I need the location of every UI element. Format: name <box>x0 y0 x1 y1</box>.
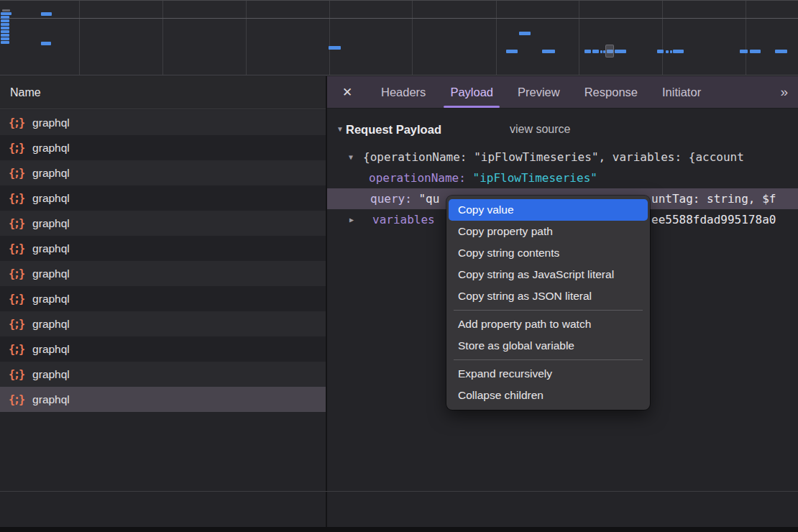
json-braces-icon: {;} <box>9 262 24 287</box>
section-expander-icon[interactable]: ▼ <box>336 119 344 140</box>
request-row[interactable]: {;}graphql <box>0 311 326 336</box>
json-braces-icon: {;} <box>9 337 24 362</box>
overview-gridline <box>329 1 330 75</box>
request-row[interactable]: {;}graphql <box>0 387 326 412</box>
request-row[interactable]: {;}graphql <box>0 362 326 387</box>
waterfall-bar <box>600 50 602 53</box>
details-tabbar: ✕ Headers Payload Preview Response Initi… <box>327 76 798 109</box>
request-name: graphql <box>32 267 70 280</box>
menu-item-expand-recursively[interactable]: Expand recursively <box>449 363 648 385</box>
tab-headers[interactable]: Headers <box>375 76 432 109</box>
request-name: graphql <box>32 116 70 129</box>
waterfall-bar <box>1 37 9 40</box>
json-braces-icon: {;} <box>9 387 24 413</box>
tab-payload[interactable]: Payload <box>444 76 500 109</box>
name-column-header[interactable]: Name <box>0 76 326 109</box>
waterfall-bar <box>41 42 51 45</box>
waterfall-bar <box>1 23 9 26</box>
menu-item-copy-value[interactable]: Copy value <box>449 199 648 221</box>
section-title: Request Payload <box>346 119 441 140</box>
overview-row-divider <box>0 18 798 19</box>
request-name: graphql <box>32 167 70 179</box>
waterfall-bar <box>542 50 555 53</box>
close-icon[interactable]: ✕ <box>336 85 359 100</box>
expander-down-icon[interactable]: ▼ <box>349 147 359 168</box>
request-name: graphql <box>32 217 70 229</box>
request-name: graphql <box>32 142 70 154</box>
json-braces-icon: {;} <box>9 362 24 387</box>
json-braces-icon: {;} <box>9 287 24 312</box>
json-braces-icon: {;} <box>9 161 24 186</box>
network-request-panel: Name {;}graphql {;}graphql {;}graphql {;… <box>0 76 326 532</box>
context-menu: Copy value Copy property path Copy strin… <box>446 196 650 410</box>
operation-name-row[interactable]: operationName: "ipFlowTimeseries" <box>327 168 798 188</box>
request-row[interactable]: {;}graphql <box>0 160 326 185</box>
request-row[interactable]: {;}graphql <box>0 185 326 211</box>
overview-gridline <box>79 1 80 75</box>
request-row[interactable]: {;}graphql <box>0 261 326 286</box>
payload-root-row[interactable]: ▼ {operationName: "ipFlowTimeseries", va… <box>327 147 798 168</box>
waterfall-bar <box>1 30 9 33</box>
waterfall-bar <box>1 16 9 19</box>
payload-root-preview: {operationName: "ipFlowTimeseries", vari… <box>363 147 744 168</box>
json-braces-icon: {;} <box>9 186 24 211</box>
request-row[interactable]: {;}graphql <box>0 135 326 160</box>
request-row[interactable]: {;}graphql <box>0 336 326 362</box>
menu-item-collapse-children[interactable]: Collapse children <box>449 385 648 406</box>
request-row[interactable]: {;}graphql <box>0 236 326 261</box>
overview-gray-bar <box>2 9 10 12</box>
waterfall-bar <box>615 50 626 53</box>
menu-divider <box>454 359 643 360</box>
property-key: operationName: <box>369 171 473 185</box>
network-overview-strip[interactable] <box>0 0 798 75</box>
property-value-continued: untTag: string, $f <box>651 188 776 209</box>
json-braces-icon: {;} <box>9 111 24 136</box>
menu-item-add-property-path-to-watch[interactable]: Add property path to watch <box>449 313 648 335</box>
request-row[interactable]: {;}graphql <box>0 286 326 311</box>
menu-item-copy-string-json-literal[interactable]: Copy string as JSON literal <box>449 285 648 307</box>
menu-item-copy-property-path[interactable]: Copy property path <box>449 221 648 242</box>
menu-item-copy-string-js-literal[interactable]: Copy string as JavaScript literal <box>449 264 648 285</box>
footer-divider <box>0 491 798 492</box>
waterfall-bar <box>750 50 761 53</box>
request-name: graphql <box>32 318 70 330</box>
tab-initiator[interactable]: Initiator <box>656 76 707 109</box>
overview-gridline <box>662 1 663 75</box>
waterfall-bar <box>673 50 684 53</box>
request-name: graphql <box>32 192 70 204</box>
request-name: graphql <box>32 368 70 380</box>
property-value-start: "qu <box>418 192 439 206</box>
overview-gridline <box>579 1 579 75</box>
waterfall-bar <box>506 50 518 53</box>
property-value: "ipFlowTimeseries" <box>473 171 597 185</box>
request-row[interactable]: {;}graphql <box>0 211 326 236</box>
overview-gridline <box>496 1 497 75</box>
expander-right-icon[interactable]: ▶ <box>349 209 359 230</box>
window-bottom-edge <box>0 527 798 532</box>
json-braces-icon: {;} <box>9 136 24 161</box>
more-tabs-icon[interactable]: » <box>780 84 798 100</box>
menu-item-copy-string-contents[interactable]: Copy string contents <box>449 242 648 264</box>
tab-response[interactable]: Response <box>578 76 644 109</box>
menu-divider <box>454 310 643 311</box>
tab-preview[interactable]: Preview <box>511 76 567 109</box>
property-key: query: <box>370 192 418 206</box>
waterfall-bar <box>1 34 9 37</box>
devtools-window: Name {;}graphql {;}graphql {;}graphql {;… <box>0 0 798 532</box>
request-name: graphql <box>32 242 70 254</box>
waterfall-bar <box>657 50 664 53</box>
waterfall-bar <box>1 27 9 29</box>
overview-gridline <box>412 1 413 75</box>
json-braces-icon: {;} <box>9 211 24 237</box>
property-key: variables <box>372 209 435 230</box>
waterfall-bar <box>1 41 9 44</box>
json-braces-icon: {;} <box>9 237 24 262</box>
request-row[interactable]: {;}graphql <box>0 110 326 135</box>
view-source-link[interactable]: view source <box>510 119 570 140</box>
menu-item-store-as-global-variable[interactable]: Store as global variable <box>449 335 648 357</box>
json-braces-icon: {;} <box>9 312 24 337</box>
waterfall-bar <box>519 32 531 35</box>
waterfall-bar <box>592 50 599 53</box>
overview-gridline <box>246 1 247 75</box>
waterfall-bar <box>740 50 748 53</box>
